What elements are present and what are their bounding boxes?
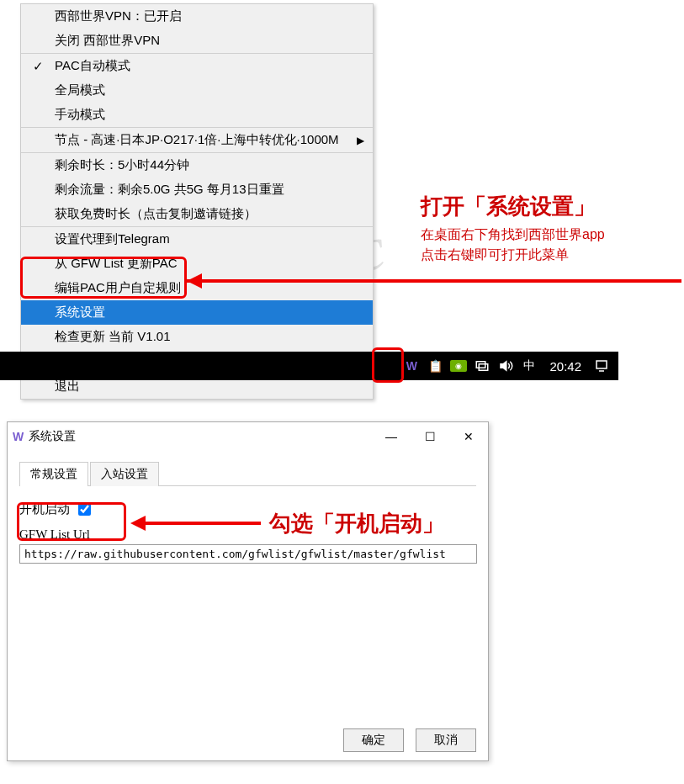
titlebar: W 系统设置 — ☐ ✕ — [8, 422, 488, 451]
taskbar: W 📋 ◉ 中 20:42 — [0, 352, 618, 380]
app-icon: W — [13, 430, 24, 443]
menu-remaining-time: 剩余时长：5小时44分钟 — [21, 153, 373, 177]
annotation-arrow-head — [187, 273, 202, 289]
app-tray-icon[interactable]: W — [401, 356, 422, 376]
tray-context-menu: 西部世界VPN：已开启 关闭 西部世界VPN ✓PAC自动模式 全局模式 手动模… — [20, 3, 374, 400]
tabs: 常规设置 入站设置 — [19, 461, 476, 486]
gfw-url-input[interactable] — [19, 544, 477, 564]
menu-close-vpn[interactable]: 关闭 西部世界VPN — [21, 29, 373, 54]
menu-vpn-status: 西部世界VPN：已开启 — [21, 4, 373, 29]
maximize-button[interactable]: ☐ — [411, 422, 449, 451]
menu-remaining-data: 剩余流量：剩余5.0G 共5G 每月13日重置 — [21, 177, 373, 202]
network-icon[interactable] — [472, 356, 492, 376]
annotation-title: 打开「系统设置」 — [421, 192, 605, 221]
ime-indicator[interactable]: 中 — [519, 356, 539, 376]
menu-label: 节点 - 高速·日本JP·O217·1倍·上海中转优化·1000M — [55, 132, 339, 146]
menu-proxy-telegram[interactable]: 设置代理到Telegram — [21, 227, 373, 252]
svg-rect-3 — [597, 361, 607, 368]
window-title: 系统设置 — [29, 429, 76, 444]
system-settings-window: W 系统设置 — ☐ ✕ 常规设置 入站设置 开机启动 GFW List Url… — [7, 421, 489, 761]
annotation-text-2: 勾选「开机启动」 — [269, 509, 444, 538]
menu-update-pac[interactable]: 从 GFW List 更新PAC — [21, 252, 373, 276]
ok-button[interactable]: 确定 — [343, 728, 404, 752]
menu-manual-mode[interactable]: 手动模式 — [21, 103, 373, 128]
dialog-buttons: 确定 取消 — [343, 728, 476, 752]
menu-label: PAC自动模式 — [55, 58, 130, 72]
tray-app-icon[interactable]: 📋 — [425, 356, 445, 376]
menu-get-free[interactable]: 获取免费时长（点击复制邀请链接） — [21, 202, 373, 227]
menu-system-settings[interactable]: 系统设置 — [21, 300, 373, 325]
menu-pac-auto[interactable]: ✓PAC自动模式 — [21, 54, 373, 78]
annotation-arrow — [143, 522, 261, 525]
volume-icon[interactable] — [496, 356, 516, 376]
tab-inbound[interactable]: 入站设置 — [90, 462, 159, 486]
menu-global-mode[interactable]: 全局模式 — [21, 78, 373, 103]
close-button[interactable]: ✕ — [449, 422, 488, 451]
annotation-arrow-head — [130, 516, 146, 531]
annotation-text-1: 打开「系统设置」 在桌面右下角找到西部世界app点击右键即可打开此菜单 — [421, 192, 605, 265]
annotation-arrow — [187, 279, 681, 283]
nvidia-tray-icon[interactable]: ◉ — [448, 356, 469, 376]
autostart-checkbox[interactable] — [78, 503, 91, 516]
autostart-label: 开机启动 — [19, 501, 70, 517]
minimize-button[interactable]: — — [372, 422, 411, 451]
check-icon: ✓ — [33, 59, 44, 74]
cancel-button[interactable]: 取消 — [416, 728, 476, 752]
notifications-icon[interactable] — [591, 356, 612, 376]
chevron-right-icon: ▶ — [357, 135, 364, 146]
annotation-body: 在桌面右下角找到西部世界app点击右键即可打开此菜单 — [421, 225, 605, 265]
clock[interactable]: 20:42 — [549, 359, 581, 373]
svg-marker-2 — [501, 362, 506, 371]
menu-node[interactable]: 节点 - 高速·日本JP·O217·1倍·上海中转优化·1000M▶ — [21, 128, 373, 153]
menu-check-update[interactable]: 检查更新 当前 V1.01 — [21, 325, 373, 349]
tab-general[interactable]: 常规设置 — [19, 462, 88, 486]
